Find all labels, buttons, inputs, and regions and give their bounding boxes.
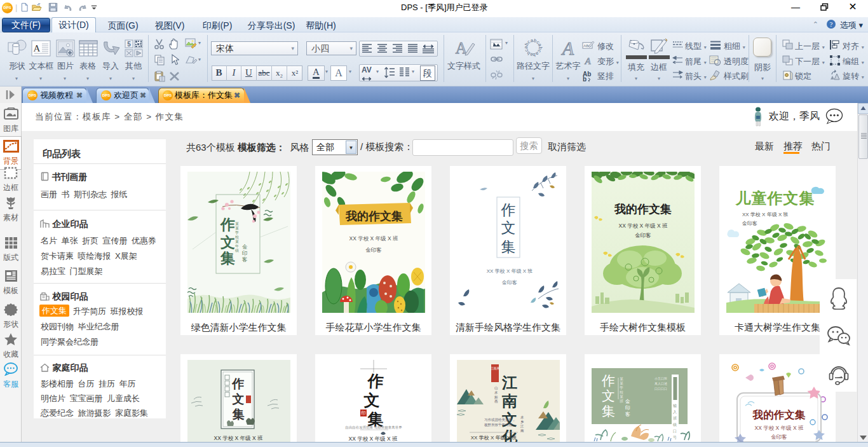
svg-text:作: 作 — [220, 217, 235, 233]
svg-text:文: 文 — [602, 389, 615, 403]
svg-text:口: 口 — [673, 429, 677, 434]
svg-text:金印客: 金印客 — [501, 280, 517, 285]
svg-text:文: 文 — [220, 235, 235, 251]
svg-text:学: 学 — [620, 386, 623, 390]
svg-text:某: 某 — [620, 377, 623, 381]
svg-text:我的作文集: 我的作文集 — [345, 210, 403, 223]
svg-text:金印客: 金印客 — [635, 232, 651, 238]
svg-text:某: 某 — [235, 222, 239, 226]
svg-text:江: 江 — [520, 424, 524, 429]
svg-text:XX 学校 X 年级 X 班: XX 学校 X 年级 X 班 — [214, 435, 263, 441]
svg-text:文: 文 — [501, 220, 516, 236]
svg-text:客: 客 — [242, 256, 248, 263]
svg-text:金印客: 金印客 — [365, 247, 382, 253]
svg-text:自由自在发挥想象 勾勒美丽童真世界: 自由自在发挥想象 勾勒美丽童真世界 — [345, 425, 402, 430]
svg-text:某: 某 — [235, 240, 239, 244]
svg-text:印: 印 — [362, 411, 366, 415]
svg-text:南: 南 — [520, 429, 524, 432]
svg-text:A: A — [561, 38, 574, 58]
svg-text:江: 江 — [501, 375, 517, 391]
svg-text:习作或描绘美景时，: 习作或描绘美景时， — [484, 418, 516, 422]
svg-text:级: 级 — [235, 249, 239, 252]
svg-text:山: 山 — [494, 386, 498, 390]
svg-text:校: 校 — [619, 390, 623, 394]
svg-text:XX 学校 X 年级 X 班: XX 学校 X 年级 X 班 — [349, 235, 398, 242]
svg-text:小五口班: 小五口班 — [654, 376, 667, 381]
svg-text:集: 集 — [501, 239, 516, 255]
svg-text:某: 某 — [620, 382, 623, 385]
svg-text:作: 作 — [367, 372, 384, 390]
svg-text:儿童作文集: 儿童作文集 — [735, 189, 815, 207]
svg-text:XX 学校 X 年级 X 班: XX 学校 X 年级 X 班 — [742, 212, 788, 217]
svg-text:真人口述: 真人口述 — [654, 382, 667, 386]
svg-text:学: 学 — [235, 231, 239, 235]
svg-text:口口口口: 口口口口 — [654, 387, 667, 391]
svg-text:客: 客 — [625, 411, 630, 417]
svg-text:江南美: 江南美 — [491, 366, 500, 371]
svg-text:号: 号 — [673, 436, 677, 439]
svg-text:b: b — [583, 76, 587, 82]
svg-text:金印客: 金印客 — [771, 434, 787, 440]
svg-text:集: 集 — [220, 251, 235, 266]
svg-text:乡: 乡 — [520, 420, 524, 423]
svg-text:金印客: 金印客 — [742, 221, 757, 226]
svg-text:金: 金 — [242, 244, 248, 250]
svg-text:南: 南 — [501, 393, 517, 409]
svg-text:我的作文集: 我的作文集 — [614, 203, 672, 216]
svg-text:印: 印 — [242, 250, 248, 256]
svg-text:水: 水 — [494, 390, 498, 394]
svg-text:abcabcabcabcabc: abcabcabcabcabc — [524, 38, 543, 57]
svg-text:作: 作 — [601, 373, 615, 388]
svg-text:如: 如 — [494, 395, 498, 399]
svg-text:入: 入 — [673, 410, 677, 414]
svg-text:水: 水 — [520, 415, 524, 419]
svg-text:作: 作 — [501, 202, 516, 218]
svg-text:作: 作 — [232, 377, 245, 390]
svg-text:集: 集 — [602, 404, 615, 418]
svg-text:视野所致千年习画。: 视野所致千年习画。 — [484, 423, 516, 427]
svg-text:XX 学校 X 年级 X 班: XX 学校 X 年级 X 班 — [349, 436, 398, 442]
svg-text:5: 5 — [127, 41, 131, 48]
svg-text:XX 学校 X 年级 X 班: XX 学校 X 年级 X 班 — [619, 223, 668, 229]
svg-text:某: 某 — [235, 226, 239, 230]
svg-text:文: 文 — [363, 392, 380, 409]
svg-text:输: 输 — [673, 404, 677, 408]
svg-text:?: ? — [830, 20, 833, 28]
svg-text:我的作文集: 我的作文集 — [752, 409, 806, 420]
svg-text:校: 校 — [234, 235, 239, 239]
svg-text:级: 级 — [673, 423, 677, 427]
svg-text:XX 学校 X 年级 X 班: XX 学校 X 年级 X 班 — [471, 435, 517, 441]
svg-text:文: 文 — [232, 392, 245, 406]
svg-text:班: 班 — [673, 416, 677, 420]
svg-text:XX 学校 X 年级 X 班: XX 学校 X 年级 X 班 — [755, 425, 804, 431]
svg-text:集: 集 — [232, 408, 245, 421]
svg-text:金: 金 — [625, 399, 630, 404]
svg-text:A: A — [34, 43, 41, 53]
svg-text:班: 班 — [620, 399, 623, 403]
svg-text:画: 画 — [494, 399, 498, 403]
svg-text:XX 学校 X 年级 X 班: XX 学校 X 年级 X 班 — [487, 268, 532, 274]
svg-text:印: 印 — [625, 405, 630, 411]
svg-text:某: 某 — [620, 395, 623, 399]
svg-text:A: A — [584, 56, 591, 65]
svg-text:年: 年 — [235, 244, 239, 248]
